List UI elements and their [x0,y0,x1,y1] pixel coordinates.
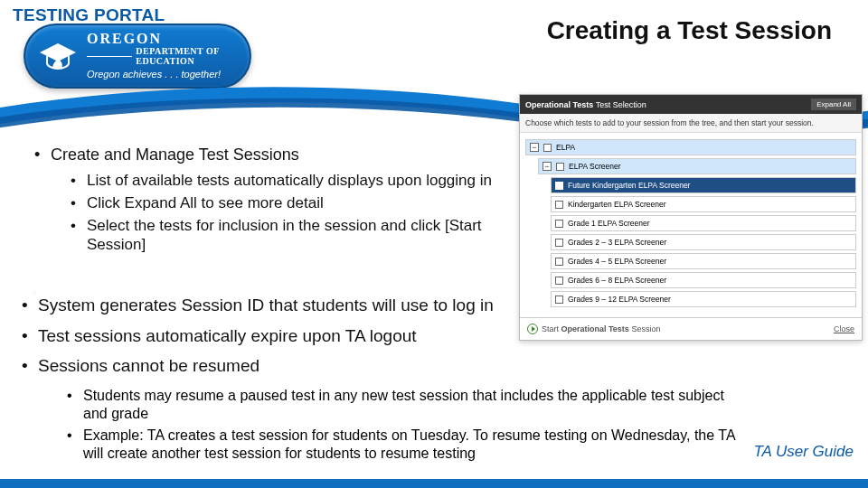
close-link[interactable]: Close [834,324,854,333]
subbullet-expand-all: Click Expand All to see more detail [71,193,508,212]
portal-label: TESTING PORTAL [13,5,165,25]
start-label: Start Operational Tests Session [542,324,660,333]
checkbox[interactable] [555,277,563,285]
ode-logo: OREGON DEPARTMENT OF EDUCATION Oregon ac… [24,23,251,89]
checkbox[interactable] [556,163,564,171]
subbullet-list-tests: List of available tests automatically di… [71,171,508,190]
checkbox[interactable] [555,258,563,266]
panel-instructions: Choose which tests to add to your sessio… [520,114,862,133]
play-icon [527,324,538,334]
footer-bar [0,479,868,488]
bullet-create-manage: Create and Manage Test Sessions List of … [33,145,508,255]
checkbox[interactable] [543,144,552,152]
panel-title: Operational Tests Test Selection [525,100,646,109]
tree-label: Grades 4 – 5 ELPA Screener [568,257,666,266]
checkbox[interactable] [555,239,563,247]
subbullet-select-start: Select the tests for inclusion in the se… [71,216,508,255]
tree-row-g45[interactable]: Grades 4 – 5 ELPA Screener [551,253,856,269]
tree-label: Grade 1 ELPA Screener [568,219,650,228]
content-lower-sub: Students may resume a paused test in any… [67,387,750,466]
checkbox[interactable] [555,296,563,304]
tree-label: ELPA Screener [569,162,621,171]
tree-label: Future Kindergarten ELPA Screener [568,181,690,190]
start-session-button[interactable]: Start Operational Tests Session [527,324,660,334]
tree-row-g1[interactable]: Grade 1 ELPA Screener [551,215,856,231]
tree-row-g23[interactable]: Grades 2 – 3 ELPA Screener [551,234,856,250]
tree-label: Kindergarten ELPA Screener [568,200,666,209]
tree-label: Grades 2 – 3 ELPA Screener [568,238,666,247]
subbullet-resume-paused: Students may resume a paused test in any… [67,387,750,423]
panel-header: Operational Tests Test Selection Expand … [520,95,862,114]
checkbox[interactable] [555,182,563,190]
test-tree: − ELPA − ELPA Screener Future Kindergart… [520,133,862,317]
tree-row-g68[interactable]: Grades 6 – 8 ELPA Screener [551,272,856,288]
tree-label: Grades 9 – 12 ELPA Screener [568,295,671,304]
bullet-auto-expire: Test sessions automatically expire upon … [22,324,508,349]
logo-text: OREGON DEPARTMENT OF EDUCATION Oregon ac… [87,32,250,80]
ta-user-guide-link[interactable]: TA User Guide [753,443,854,461]
expand-all-button[interactable]: Expand All [811,99,856,110]
bullet-session-id: System generates Session ID that student… [22,293,508,318]
tree-row-g912[interactable]: Grades 9 – 12 ELPA Screener [551,291,856,307]
tree-row-elpa-screener[interactable]: − ELPA Screener [538,158,856,174]
tree-row-kg[interactable]: Kindergarten ELPA Screener [551,196,856,212]
slide-header: TESTING PORTAL Creating a Test Session O… [0,0,868,99]
collapse-icon[interactable]: − [542,162,552,171]
checkbox[interactable] [555,220,563,228]
panel-footer: Start Operational Tests Session Close [520,317,862,340]
test-selection-panel: Operational Tests Test Selection Expand … [519,94,863,341]
subbullet-resume-example: Example: TA creates a test session for s… [67,427,750,463]
bullet-no-resume: Sessions cannot be resumed [22,353,508,379]
logo-tagline: Oregon achieves . . . together! [87,70,250,80]
tree-label: Grades 6 – 8 ELPA Screener [568,276,666,285]
tree-label: ELPA [556,143,575,152]
tree-row-future-k[interactable]: Future Kindergarten ELPA Screener [551,177,856,193]
tree-row-elpa[interactable]: − ELPA [525,139,856,155]
logo-dept: DEPARTMENT OF EDUCATION [87,47,250,66]
content-main: Create and Manage Test Sessions List of … [33,145,508,264]
content-lower: System generates Session ID that student… [22,293,508,384]
grad-cap-icon [36,34,80,78]
slide-title: Creating a Test Session [547,16,832,45]
logo-state: OREGON [87,32,250,47]
collapse-icon[interactable]: − [530,143,539,152]
checkbox[interactable] [555,201,563,209]
